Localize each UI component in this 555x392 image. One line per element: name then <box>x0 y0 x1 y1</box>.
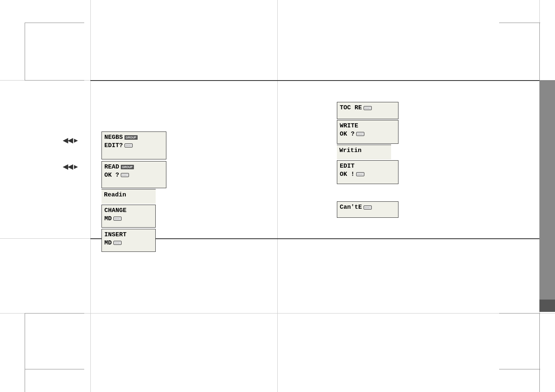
content-border-top <box>90 80 539 81</box>
outer-line-bottom-right <box>499 369 540 369</box>
outer-line-top-left <box>25 23 84 23</box>
writin-text: Writin <box>339 147 362 155</box>
edit-text: EDIT? <box>104 142 123 150</box>
outer-corner-tl <box>25 369 25 392</box>
corner-v-br <box>539 313 540 371</box>
write-ok-btn-icon <box>356 132 364 136</box>
edit-line: EDIT? <box>104 142 164 150</box>
edit-ok-edit-line: EDIT <box>340 162 396 171</box>
right-sidebar <box>539 80 555 310</box>
edit-ok-text: OK ! <box>340 171 355 179</box>
change-text: CHANGE <box>104 207 127 215</box>
arrow-skip-1: ◀◀► <box>63 136 79 144</box>
edit-ok-edit-text: EDIT <box>340 162 355 171</box>
change-md-panel: CHANGE MD <box>101 205 156 228</box>
grid-line-center <box>277 0 278 392</box>
change-md-text: MD <box>104 215 112 223</box>
toc-re-text: TOC RE <box>340 104 362 112</box>
write-ok-panel: WRITE OK ? <box>337 120 398 144</box>
insert-text: INSERT <box>104 231 127 239</box>
negbs-text: NEGBS <box>104 134 123 142</box>
readin-line: Readin <box>104 191 153 199</box>
outer-corner-tr <box>539 369 540 392</box>
negbs-group-badge: GROUP <box>124 135 138 140</box>
read-ok-btn-icon <box>121 173 129 177</box>
write-line: WRITE <box>340 122 396 130</box>
insert-md-panel: INSERT MD <box>101 229 156 252</box>
right-sidebar-bottom <box>539 300 555 312</box>
toc-re-line: TOC RE <box>340 104 396 112</box>
toc-re-btn-icon <box>364 106 372 110</box>
cante-text: Can'tE <box>340 203 362 212</box>
write-ok-text: OK ? <box>340 130 355 138</box>
edit-btn-icon <box>124 143 133 148</box>
edit-ok-line: OK ! <box>340 171 396 179</box>
change-line: CHANGE <box>104 207 153 215</box>
short-line-top-left <box>25 80 84 81</box>
writin-panel: Writin <box>337 145 391 159</box>
toc-re-panel: TOC RE <box>337 102 398 119</box>
negbs-line: NEGBS GROUP <box>104 134 164 142</box>
read-group-badge: GROUP <box>121 165 134 169</box>
arrow-skip-2: ◀◀► <box>63 163 79 171</box>
negbs-edit-panel: NEGBS GROUP EDIT? <box>101 131 166 159</box>
write-text: WRITE <box>340 122 358 130</box>
corner-v-bl <box>25 313 25 371</box>
cante-btn-icon <box>364 205 372 210</box>
corner-v-tr <box>539 23 540 80</box>
cante-line: Can'tE <box>340 203 396 212</box>
grid-line-left <box>90 0 91 392</box>
cante-panel: Can'tE <box>337 201 398 218</box>
change-md-btn-icon <box>113 217 122 221</box>
outer-line-top-right <box>499 23 540 23</box>
read-line: READ GROUP <box>104 163 164 171</box>
corner-v-tl <box>25 23 25 80</box>
short-line-bottom-left <box>25 313 84 314</box>
readin-panel: Readin <box>101 189 156 204</box>
content-border-bottom <box>90 238 539 239</box>
writin-line: Writin <box>339 147 389 155</box>
insert-md-btn-icon <box>113 241 122 245</box>
write-ok-line: OK ? <box>340 130 396 138</box>
insert-md-text: MD <box>104 239 112 247</box>
outer-line-bottom-left <box>25 369 84 369</box>
readin-text: Readin <box>104 191 126 199</box>
read-ok-panel: READ GROUP OK ? <box>101 161 166 188</box>
insert-line: INSERT <box>104 231 153 239</box>
read-text: READ <box>104 163 119 171</box>
short-line-bottom-right <box>499 313 540 314</box>
change-md-line: MD <box>104 215 153 223</box>
read-ok-text: OK ? <box>104 171 119 180</box>
edit-ok-btn-icon <box>356 172 364 176</box>
insert-md-line: MD <box>104 239 153 247</box>
read-ok-line: OK ? <box>104 171 164 180</box>
edit-ok-panel: EDIT OK ! <box>337 160 398 184</box>
